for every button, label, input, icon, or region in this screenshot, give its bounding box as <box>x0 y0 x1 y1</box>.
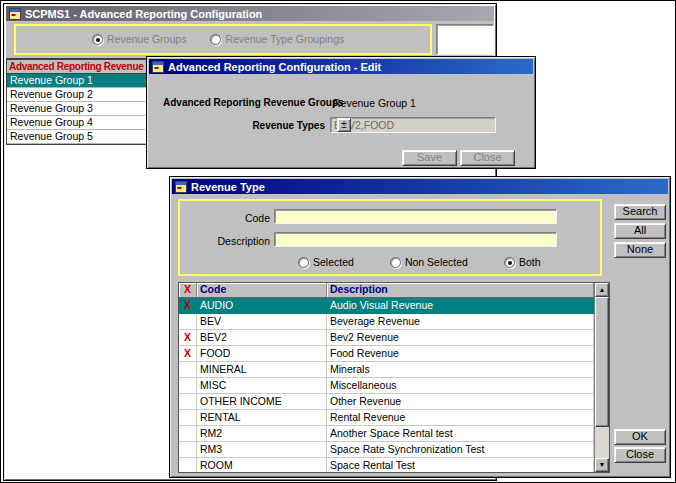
revenue-type-row[interactable]: MINERAL Minerals <box>179 362 609 378</box>
scrollbar-thumb[interactable] <box>595 297 609 427</box>
application-screen: SCPMS1 - Advanced Reporting Configuratio… <box>0 0 676 483</box>
revenue-type-row[interactable]: BEV Beverage Revenue <box>179 314 609 330</box>
revenue-type-row[interactable]: OTHER INCOME Other Revenue <box>179 394 609 410</box>
revenue-type-row[interactable]: MISC Miscellaneous <box>179 378 609 394</box>
revenue-type-row[interactable]: RM3 Space Rate Synchronization Test <box>179 442 609 458</box>
row-code: MISC <box>197 378 327 394</box>
scroll-down-icon[interactable]: ▼ <box>595 458 609 472</box>
row-code: RM2 <box>197 426 327 442</box>
revenue-type-titlebar[interactable]: Revenue Type <box>172 179 668 194</box>
row-description: Space Rental Test <box>327 458 594 473</box>
revenue-type-grid-header: X Code Description <box>179 283 609 298</box>
mode-radio-option[interactable]: Revenue Type Groupings <box>210 33 344 45</box>
edit-window-titlebar[interactable]: Advanced Reporting Configuration - Edit <box>149 59 533 74</box>
radio-label: Both <box>519 256 541 268</box>
row-mark <box>179 458 197 473</box>
row-code: MINERAL <box>197 362 327 378</box>
window-icon <box>9 8 21 20</box>
row-mark <box>179 362 197 378</box>
row-description: Another Space Rental test <box>327 426 594 442</box>
revenue-group-row[interactable]: Revenue Group 1 <box>7 74 147 88</box>
row-code: ROOM <box>197 458 327 473</box>
row-code: RENTAL <box>197 410 327 426</box>
revenue-group-row[interactable]: Revenue Group 2 <box>7 88 147 102</box>
revenue-types-field[interactable]: BEV2,FOOD <box>330 117 496 133</box>
row-code: BEV2 <box>197 330 327 346</box>
revenue-types-lov-button[interactable]: ± <box>337 118 351 132</box>
row-description: Beverage Revenue <box>327 314 594 330</box>
row-description: Minerals <box>327 362 594 378</box>
row-description: Space Rate Synchronization Test <box>327 442 594 458</box>
row-mark <box>179 314 197 330</box>
revenue-group-label: Revenue Group 2 <box>10 88 93 100</box>
revenue-type-window: Revenue Type Code Description Selected N… <box>169 176 671 478</box>
close-button[interactable]: Close <box>614 447 666 463</box>
search-button[interactable]: Search <box>614 204 666 220</box>
revenue-group-row[interactable]: Revenue Group 5 <box>7 130 147 144</box>
revenue-groups-grid-header: Advanced Reporting Revenue Gr <box>7 60 147 74</box>
edit-window-title: Advanced Reporting Configuration - Edit <box>168 61 381 73</box>
row-mark: X <box>179 330 197 346</box>
radio-icon <box>210 34 221 45</box>
radio-label: Selected <box>313 256 354 268</box>
revenue-groups-grid: Advanced Reporting Revenue Gr Revenue Gr… <box>6 59 148 145</box>
edit-close-button[interactable]: Close <box>460 150 515 166</box>
revenue-type-title: Revenue Type <box>191 181 265 193</box>
revenue-type-row[interactable]: ROOM Space Rental Test <box>179 458 609 473</box>
row-code: RM3 <box>197 442 327 458</box>
row-description: Miscellaneous <box>327 378 594 394</box>
window-icon <box>175 181 187 193</box>
revenue-groups-value: Revenue Group 1 <box>333 97 416 109</box>
description-input[interactable] <box>274 232 557 247</box>
radio-icon <box>504 257 515 268</box>
vertical-scrollbar[interactable]: ▲ ▼ <box>594 283 609 472</box>
radio-icon <box>298 257 309 268</box>
row-description: Bev2 Revenue <box>327 330 594 346</box>
row-code: FOOD <box>197 346 327 362</box>
all-button[interactable]: All <box>614 223 666 239</box>
filter-radio-option[interactable]: Non Selected <box>390 256 468 268</box>
toolbar-side-field <box>436 24 494 55</box>
main-window-title: SCPMS1 - Advanced Reporting Configuratio… <box>25 8 262 20</box>
main-window-titlebar[interactable]: SCPMS1 - Advanced Reporting Configuratio… <box>6 6 494 21</box>
row-description: Rental Revenue <box>327 410 594 426</box>
radio-label: Non Selected <box>405 256 468 268</box>
radio-label: Revenue Type Groupings <box>225 33 344 45</box>
code-input[interactable] <box>274 209 557 224</box>
main-toolbar: Revenue Groups Revenue Type Groupings <box>6 21 494 59</box>
revenue-type-row[interactable]: RENTAL Rental Revenue <box>179 410 609 426</box>
revenue-type-row[interactable]: RM2 Another Space Rental test <box>179 426 609 442</box>
revenue-group-row[interactable]: Revenue Group 4 <box>7 116 147 130</box>
row-mark <box>179 410 197 426</box>
revenue-type-row[interactable]: X BEV2 Bev2 Revenue <box>179 330 609 346</box>
search-panel: Code Description Selected Non Selected <box>178 199 602 276</box>
radio-icon <box>92 34 103 45</box>
filter-radio-option[interactable]: Both <box>504 256 541 268</box>
row-code: AUDIO <box>197 298 327 314</box>
edit-window: Advanced Reporting Configuration - Edit … <box>146 56 536 169</box>
revenue-group-label: Revenue Group 4 <box>10 116 93 128</box>
row-description: Audio Visual Revenue <box>327 298 594 314</box>
revenue-type-row[interactable]: X FOOD Food Revenue <box>179 346 609 362</box>
mode-radio-panel: Revenue Groups Revenue Type Groupings <box>14 24 432 55</box>
code-label: Code <box>200 212 270 224</box>
revenue-group-label: Revenue Group 1 <box>10 74 93 86</box>
save-button[interactable]: Save <box>402 150 457 166</box>
mode-radio-group: Revenue Groups Revenue Type Groupings <box>92 33 344 45</box>
none-button[interactable]: None <box>614 242 666 258</box>
scroll-up-icon[interactable]: ▲ <box>595 283 609 297</box>
revenue-type-row[interactable]: X AUDIO Audio Visual Revenue <box>179 298 609 314</box>
window-icon <box>152 61 164 73</box>
row-code: OTHER INCOME <box>197 394 327 410</box>
row-mark <box>179 442 197 458</box>
revenue-group-row[interactable]: Revenue Group 3 <box>7 102 147 116</box>
mark-column-header: X <box>179 283 197 298</box>
filter-radio-option[interactable]: Selected <box>298 256 354 268</box>
radio-label: Revenue Groups <box>107 33 186 45</box>
revenue-group-label: Revenue Group 5 <box>10 130 93 142</box>
revenue-group-label: Revenue Group 3 <box>10 102 93 114</box>
mode-radio-option[interactable]: Revenue Groups <box>92 33 186 45</box>
ok-button[interactable]: OK <box>614 429 666 445</box>
row-mark: X <box>179 346 197 362</box>
row-description: Other Revenue <box>327 394 594 410</box>
